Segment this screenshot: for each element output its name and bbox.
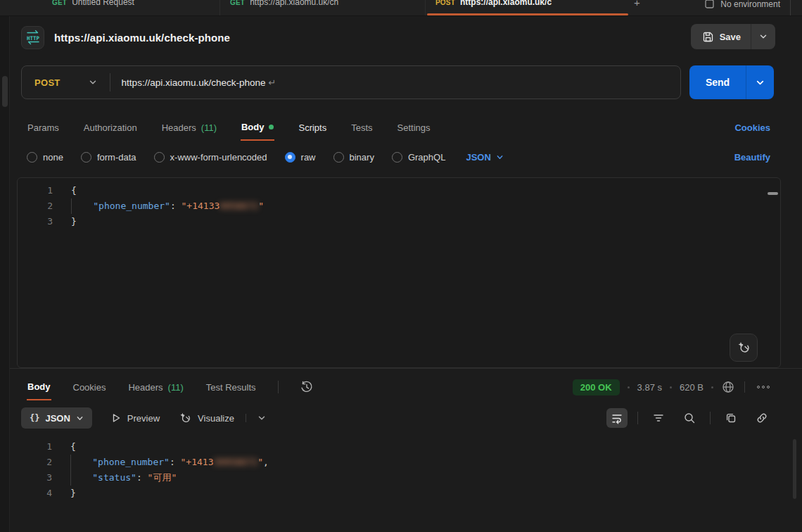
tab-label: https://api.xiaomu.uk/c — [460, 0, 552, 7]
radio-icon — [154, 152, 165, 163]
api-client-window: GET Untitled Request GET https://api.xia… — [0, 0, 802, 532]
radio-icon — [81, 152, 91, 163]
active-tab-underline — [427, 13, 628, 15]
sidebar-handle[interactable] — [2, 76, 8, 107]
workspace-tab-bar: GET Untitled Request GET https://api.xia… — [0, 0, 802, 16]
beautify-link[interactable]: Beautify — [734, 147, 770, 167]
postbot-sparkle-icon — [736, 340, 751, 355]
cookies-link[interactable]: Cookies — [734, 114, 770, 141]
visualize-sparkle-icon — [178, 411, 192, 425]
send-options-button[interactable] — [746, 65, 774, 99]
svg-text:HTTP: HTTP — [26, 35, 39, 42]
link-icon — [756, 412, 768, 424]
return-glyph: ↵ — [265, 77, 276, 88]
response-pane: Body Cookies Headers (11) Test Results — [10, 368, 802, 532]
visualize-button[interactable]: Visualize — [178, 411, 234, 425]
method-badge: GET — [52, 0, 67, 6]
response-time: 3.87 s — [637, 382, 662, 393]
filter-icon — [652, 412, 665, 424]
tab-authorization[interactable]: Authorization — [83, 114, 138, 141]
link-button[interactable] — [751, 408, 772, 428]
response-size: 620 B — [680, 382, 704, 393]
response-format-dropdown[interactable]: {} JSON — [21, 407, 92, 429]
method-dropdown[interactable]: POST — [22, 66, 110, 99]
more-options-icon[interactable] — [754, 383, 772, 391]
history-clock-icon — [300, 380, 314, 394]
mode-binary[interactable]: binary — [333, 152, 374, 163]
language-dropdown[interactable]: JSON — [466, 152, 503, 163]
method-badge: GET — [230, 0, 245, 6]
mode-x-www-form-urlencoded[interactable]: x-www-form-urlencoded — [154, 152, 267, 163]
tab-params[interactable]: Params — [27, 114, 60, 141]
request-tab-get-checkphone[interactable]: GET https://api.xiaomu.uk/ch — [220, 0, 426, 16]
tab-settings[interactable]: Settings — [397, 114, 431, 141]
view-options-button[interactable] — [246, 414, 266, 422]
json-braces-icon: {} — [30, 413, 39, 423]
response-tab-headers[interactable]: Headers (11) — [127, 382, 184, 393]
copy-button[interactable] — [720, 408, 741, 428]
request-tab-untitled[interactable]: GET Untitled Request — [42, 0, 220, 16]
divider — [278, 381, 279, 393]
filter-button[interactable] — [648, 408, 669, 428]
mode-raw-selected[interactable]: raw — [285, 152, 316, 163]
divider — [744, 381, 745, 393]
status-badge: 200 OK — [573, 379, 620, 395]
radio-icon — [392, 152, 402, 163]
response-body-viewer[interactable]: 1{2"phone_number": "+141330058672",3"sta… — [17, 436, 792, 532]
new-tab-button[interactable]: + — [627, 0, 647, 8]
editor-scrollbar[interactable] — [768, 192, 778, 195]
format-value: JSON — [45, 413, 70, 424]
preview-button[interactable]: Preview — [110, 412, 160, 424]
radio-icon — [333, 152, 344, 163]
response-body-code: 1{2"phone_number": "+141330058672",3"sta… — [17, 439, 792, 501]
headers-count: (11) — [201, 122, 217, 133]
http-request-icon: HTTP — [21, 26, 44, 49]
copy-icon — [725, 412, 737, 424]
radio-selected-icon — [285, 152, 295, 163]
tab-headers[interactable]: Headers (11) — [161, 114, 217, 141]
environment-label: No environment — [720, 0, 780, 9]
method-badge: POST — [435, 0, 455, 6]
preview-play-icon — [110, 412, 122, 424]
save-icon — [702, 31, 714, 43]
mode-none[interactable]: none — [27, 152, 63, 163]
request-body-code: 1{2"phone_number": "+141330058672"3} — [18, 183, 780, 229]
request-url-bar: POST https://api.xiaomu.uk/check-phone ↵ — [21, 65, 681, 99]
radio-icon — [27, 152, 37, 163]
tab-body-active[interactable]: Body — [241, 114, 275, 141]
chevron-down-icon — [756, 78, 765, 87]
mode-form-data[interactable]: form-data — [81, 152, 136, 163]
response-scrollbar[interactable] — [793, 439, 796, 499]
response-history-button[interactable] — [300, 380, 314, 394]
collapsed-sidebar-rail[interactable] — [0, 16, 10, 532]
request-body-editor[interactable]: 1{2"phone_number": "+141330058672"3} — [17, 177, 781, 368]
tab-tests[interactable]: Tests — [350, 114, 373, 141]
wrap-text-button[interactable] — [606, 408, 628, 428]
mode-graphql[interactable]: GraphQL — [392, 152, 445, 163]
wrap-text-icon — [611, 412, 623, 424]
search-icon — [683, 412, 696, 424]
separator-dot — [628, 386, 630, 388]
response-tab-test-results[interactable]: Test Results — [205, 382, 257, 393]
divider — [637, 412, 638, 424]
chevron-down-icon — [89, 78, 97, 87]
request-pane: HTTP https://api.xiaomu.uk/check-phone S… — [10, 16, 802, 532]
save-button[interactable]: Save — [691, 24, 775, 49]
search-button[interactable] — [679, 408, 700, 428]
separator-dot — [711, 386, 713, 388]
response-tab-body-active[interactable]: Body — [27, 374, 51, 400]
save-options-button[interactable] — [751, 24, 775, 49]
tab-label: Untitled Request — [72, 0, 134, 7]
postbot-button[interactable] — [730, 334, 758, 362]
globe-icon[interactable] — [721, 380, 735, 394]
request-title: https://api.xiaomu.uk/check-phone — [54, 32, 230, 44]
chevron-down-icon — [76, 414, 84, 422]
url-input[interactable]: https://api.xiaomu.uk/check-phone — [110, 77, 266, 88]
send-button[interactable]: Send — [689, 65, 774, 99]
headers-count: (11) — [168, 382, 184, 393]
tab-scripts[interactable]: Scripts — [298, 114, 327, 141]
response-tab-cookies[interactable]: Cookies — [72, 382, 107, 393]
environment-selector[interactable]: No environment — [704, 0, 791, 16]
save-label: Save — [720, 32, 741, 42]
divider — [710, 412, 711, 424]
